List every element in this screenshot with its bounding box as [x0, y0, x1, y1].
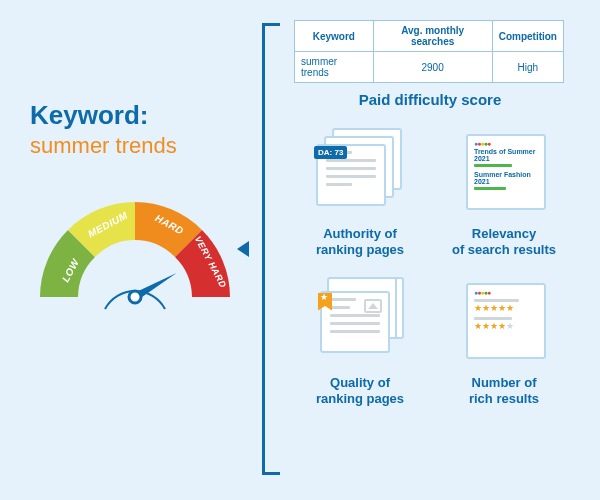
- rich-results-icon: ●●●●● ★★★★★ ★★★★★: [454, 277, 554, 369]
- td-competition: High: [492, 52, 563, 83]
- serp-result-title: Summer Fashion 2021: [474, 171, 538, 185]
- factor-relevancy-label: Relevancyof search results: [452, 226, 556, 259]
- svg-point-1: [129, 291, 141, 303]
- difficulty-gauge: LOW MEDIUM HARD VERY HARD: [30, 187, 240, 327]
- factor-quality: Quality ofranking pages: [294, 277, 426, 408]
- th-searches: Avg. monthly searches: [373, 21, 492, 52]
- keyword-panel: Keyword: summer trends LOW MEDIUM HARD V…: [30, 100, 260, 327]
- factor-quality-label: Quality ofranking pages: [316, 375, 404, 408]
- factor-authority-label: Authority ofranking pages: [316, 226, 404, 259]
- serp-result-title: Trends of Summer 2021: [474, 148, 538, 162]
- keyword-label: Keyword:: [30, 100, 260, 131]
- td-searches: 2900: [373, 52, 492, 83]
- pages-quality-icon: [310, 277, 410, 369]
- factors-panel: Keyword Avg. monthly searches Competitio…: [280, 20, 580, 407]
- paid-difficulty-caption: Paid difficulty score: [280, 91, 580, 108]
- factor-relevancy: ●●●●● Trends of Summer 2021 Summer Fashi…: [438, 128, 570, 259]
- bracket-connector: [262, 23, 280, 475]
- paid-difficulty-table: Keyword Avg. monthly searches Competitio…: [294, 20, 564, 83]
- pages-stack-icon: DA: 73: [310, 128, 410, 220]
- factors-grid: DA: 73 Authority ofranking pages ●●●●● T…: [294, 128, 570, 407]
- keyword-value: summer trends: [30, 133, 260, 159]
- da-badge: DA: 73: [314, 146, 347, 159]
- th-keyword: Keyword: [295, 21, 374, 52]
- th-competition: Competition: [492, 21, 563, 52]
- factor-rich-label: Number ofrich results: [469, 375, 539, 408]
- serp-relevancy-icon: ●●●●● Trends of Summer 2021 Summer Fashi…: [454, 128, 554, 220]
- factor-authority: DA: 73 Authority ofranking pages: [294, 128, 426, 259]
- td-keyword: summer trends: [295, 52, 374, 83]
- table-row: summer trends 2900 High: [295, 52, 564, 83]
- factor-rich-results: ●●●●● ★★★★★ ★★★★★ Number ofrich results: [438, 277, 570, 408]
